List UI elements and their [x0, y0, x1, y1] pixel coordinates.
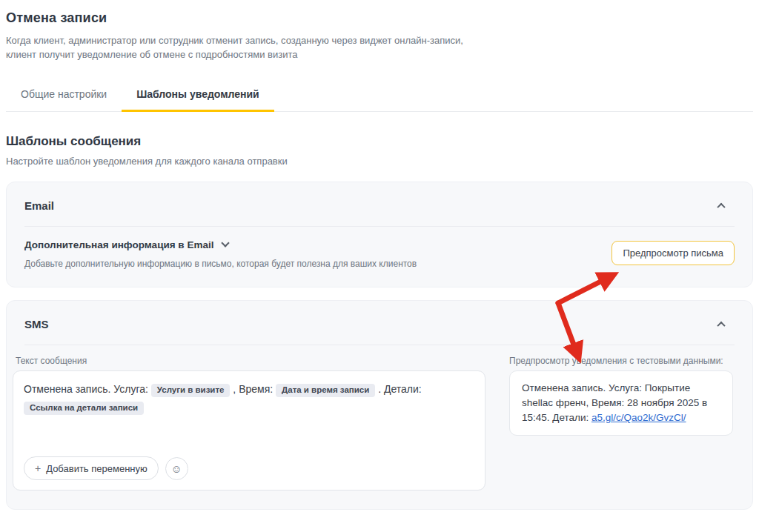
sms-preview-link[interactable]: a5.gl/c/Qao2k/GvzCl/ [591, 412, 686, 423]
sms-card-body: Текст сообщения Отменена запись. Услуга:… [7, 345, 752, 508]
tab-general-settings[interactable]: Общие настройки [6, 81, 122, 112]
tab-bar: Общие настройки Шаблоны уведомлений [6, 81, 753, 112]
email-preview-button[interactable]: Предпросмотр письма [611, 241, 735, 265]
variable-chip-details-link[interactable]: Ссылка на детали записи [24, 402, 144, 415]
add-variable-label: Добавить переменную [46, 463, 148, 474]
settings-page: Отмена записи Когда клиент, администрато… [0, 0, 759, 510]
tab-notification-templates[interactable]: Шаблоны уведомлений [122, 81, 274, 112]
section-title: Шаблоны сообщения [6, 134, 753, 149]
page-description-line1: Когда клиент, администратор или сотрудни… [6, 33, 753, 47]
sms-card-header[interactable]: SMS [7, 301, 752, 345]
sms-message-editor[interactable]: Отменена запись. Услуга: Услуги в визите… [13, 370, 485, 491]
smiley-icon: ☺ [171, 462, 182, 475]
editor-actions: + Добавить переменную ☺ [24, 456, 188, 480]
email-extra-info-block: Дополнительная информация в Email Добавь… [24, 239, 417, 269]
page-description: Когда клиент, администратор или сотрудни… [6, 33, 753, 61]
email-extra-info-description: Добавьте дополнительную информацию в пис… [24, 259, 417, 269]
sms-preview-label: Предпросмотр уведомления с тестовыми дан… [509, 356, 733, 366]
email-extra-info-row[interactable]: Дополнительная информация в Email [24, 239, 417, 250]
sms-msg-part1: Отменена запись. Услуга: [24, 383, 148, 395]
variable-chip-service[interactable]: Услуги в визите [151, 384, 231, 397]
sms-message-text: Отменена запись. Услуга: Услуги в визите… [24, 380, 474, 416]
plus-icon: + [35, 462, 41, 474]
email-card-title: Email [24, 199, 54, 212]
email-template-card: Email Дополнительная информация в Email … [6, 182, 753, 287]
page-description-line2: клиент получит уведомление об отмене с п… [6, 47, 753, 61]
sms-editor-label: Текст сообщения [16, 356, 485, 366]
sms-msg-part2: , Время: [233, 383, 273, 395]
variable-chip-datetime[interactable]: Дата и время записи [276, 384, 375, 397]
email-extra-info-title: Дополнительная информация в Email [24, 239, 213, 250]
chevron-up-icon[interactable] [717, 202, 725, 210]
sms-preview-column: Предпросмотр уведомления с тестовыми дан… [509, 356, 733, 491]
email-card-body: Дополнительная информация в Email Добавь… [7, 227, 752, 287]
sms-card-title: SMS [24, 318, 49, 330]
email-card-header[interactable]: Email [7, 182, 752, 226]
sms-editor-column: Текст сообщения Отменена запись. Услуга:… [13, 356, 485, 491]
chevron-up-icon[interactable] [717, 321, 725, 329]
sms-msg-part3: . Детали: [378, 383, 422, 395]
emoji-picker-button[interactable]: ☺ [165, 457, 188, 480]
add-variable-button[interactable]: + Добавить переменную [24, 456, 159, 480]
section-subtitle: Настройте шаблон уведомления для каждого… [6, 156, 753, 167]
page-title: Отмена записи [6, 10, 753, 26]
sms-template-card: SMS Текст сообщения Отменена запись. Усл… [6, 300, 753, 510]
chevron-down-icon[interactable] [222, 239, 230, 247]
sms-preview-box: Отменена запись. Услуга: Покрытие shella… [509, 370, 733, 436]
